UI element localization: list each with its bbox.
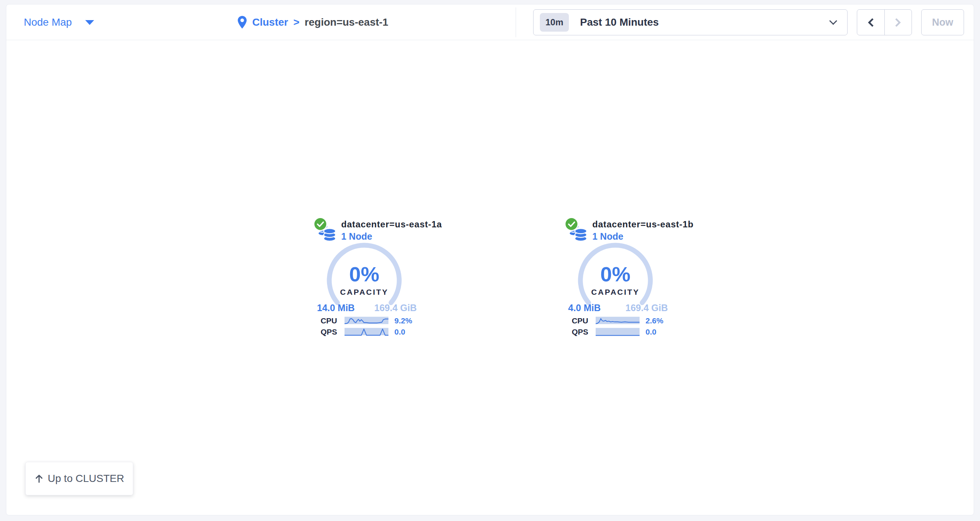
breadcrumb-current: region=us-east-1: [305, 16, 388, 28]
cpu-sparkline: [345, 316, 388, 325]
qps-label: QPS: [310, 328, 337, 336]
capacity-total: 169.4 GiB: [625, 303, 668, 314]
cpu-metric-row: CPU 2.6%: [562, 316, 669, 326]
cpu-metric-row: CPU 9.2%: [310, 316, 418, 326]
datacenter-title: datacenter=us-east-1a: [341, 219, 442, 229]
capacity-label: CAPACITY: [562, 288, 669, 296]
qps-value: 0.0: [646, 328, 656, 336]
up-to-cluster-button[interactable]: Up to CLUSTER: [25, 462, 133, 496]
breadcrumb: Cluster > region=us-east-1: [237, 5, 388, 40]
toolbar-divider: [515, 8, 516, 37]
qps-label: QPS: [562, 328, 588, 336]
qps-value: 0.0: [395, 328, 405, 336]
cpu-value: 2.6%: [646, 316, 663, 325]
capacity-values: 14.0 MiB 169.4 GiB: [310, 303, 418, 314]
datacenter-title: datacenter=us-east-1b: [592, 219, 694, 229]
time-range-label: Past 10 Minutes: [580, 16, 659, 28]
now-button[interactable]: Now: [921, 9, 964, 35]
breadcrumb-cluster-link[interactable]: Cluster: [252, 16, 288, 28]
arrow-up-icon: [34, 474, 44, 483]
capacity-percent: 0%: [310, 264, 418, 285]
qps-metric-row: QPS 0.0: [310, 327, 418, 337]
time-nav-group: [857, 9, 912, 35]
time-forward-button[interactable]: [885, 10, 912, 35]
capacity-values: 4.0 MiB 169.4 GiB: [562, 303, 669, 314]
datacenter-card-us-east-1b[interactable]: datacenter=us-east-1b 1 Node 0% CAPACITY…: [562, 216, 669, 341]
cpu-value: 9.2%: [395, 316, 412, 325]
chevron-down-icon: [829, 17, 837, 25]
node-count: 1 Node: [341, 231, 372, 242]
capacity-used: 14.0 MiB: [317, 303, 355, 314]
capacity-label: CAPACITY: [310, 288, 418, 296]
cpu-sparkline: [596, 316, 640, 325]
view-selector-dropdown[interactable]: Node Map: [24, 5, 94, 40]
node-count: 1 Node: [592, 231, 623, 242]
qps-sparkline: [596, 328, 640, 336]
cpu-label: CPU: [562, 316, 588, 325]
breadcrumb-separator: >: [293, 16, 299, 28]
capacity-percent: 0%: [562, 264, 669, 285]
datacenter-card-us-east-1a[interactable]: datacenter=us-east-1a 1 Node 0% CAPACITY…: [310, 216, 418, 341]
qps-sparkline: [345, 328, 388, 336]
up-to-cluster-label: Up to CLUSTER: [48, 473, 124, 484]
qps-metric-row: QPS 0.0: [562, 327, 669, 337]
time-range-dropdown[interactable]: 10m Past 10 Minutes: [533, 9, 848, 35]
capacity-used: 4.0 MiB: [568, 303, 601, 314]
toolbar: Node Map Cluster > region=us-east-1 10m …: [6, 5, 974, 40]
healthy-check-icon: [313, 217, 328, 231]
caret-down-icon: [85, 20, 94, 25]
healthy-check-icon: [565, 217, 579, 231]
view-selector-label: Node Map: [24, 16, 72, 28]
chevron-right-icon: [892, 18, 901, 27]
chevron-left-icon: [868, 18, 877, 27]
time-range-badge: 10m: [540, 13, 569, 32]
node-map-panel: Node Map Cluster > region=us-east-1 10m …: [6, 4, 974, 515]
time-back-button[interactable]: [857, 10, 885, 35]
location-pin-icon: [237, 16, 247, 29]
capacity-total: 169.4 GiB: [374, 303, 417, 314]
cpu-label: CPU: [310, 316, 337, 325]
